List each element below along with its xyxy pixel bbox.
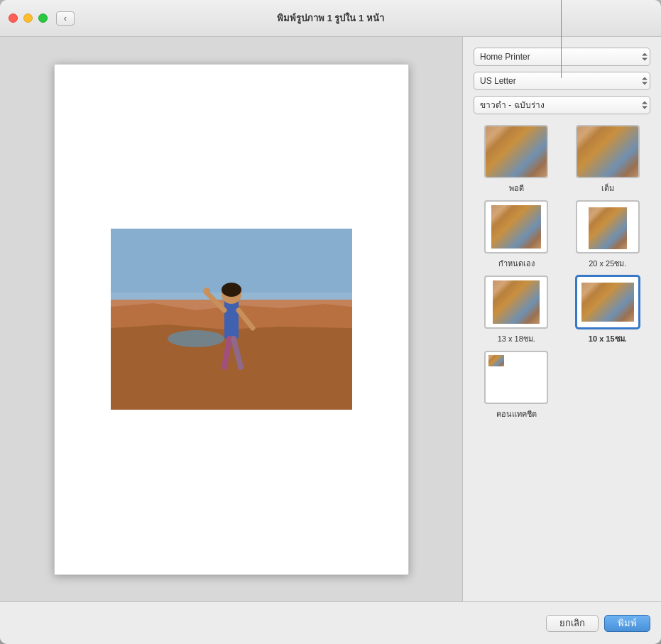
back-button[interactable]: ‹ <box>56 11 75 26</box>
quality-dropdown-wrapper: ขาวดำ - ฉบับร่าง สี - ปกติ ขาวดำ - ปกติ <box>474 96 650 114</box>
page-preview <box>54 64 409 575</box>
printer-select[interactable]: Home Printer PDF Other Printer <box>474 48 650 66</box>
maximize-button[interactable] <box>38 13 48 23</box>
layout-label-13x18: 13 x 18ซม. <box>498 332 535 345</box>
close-button[interactable] <box>9 13 18 23</box>
layout-item-custom[interactable]: กำหนดเอง <box>474 200 559 270</box>
layout-grid: พอดี เต็ม <box>474 125 650 420</box>
layout-label-20x25: 20 x 25ซม. <box>589 257 626 270</box>
connector-line <box>561 0 562 78</box>
layout-thumb-tem <box>576 125 640 178</box>
layout-label-podi: พอดี <box>509 182 524 195</box>
layout-label-contact: คอนแทคชีต <box>496 408 537 420</box>
preview-panel <box>0 37 462 601</box>
title-bar: ‹ พิมพ์รูปภาพ 1 รูปใน 1 หน้า <box>0 0 661 37</box>
settings-spacer <box>474 427 650 594</box>
layout-item-podi[interactable]: พอดี <box>474 125 559 195</box>
quality-select[interactable]: ขาวดำ - ฉบับร่าง สี - ปกติ ขาวดำ - ปกติ <box>474 96 650 114</box>
layout-thumb-contact <box>484 351 548 404</box>
bottom-bar: ยกเลิก พิมพ์ <box>0 601 661 644</box>
printer-dropdown-wrapper: Home Printer PDF Other Printer <box>474 48 650 66</box>
cancel-button[interactable]: ยกเลิก <box>546 615 599 632</box>
print-dialog-window: ‹ พิมพ์รูปภาพ 1 รูปใน 1 หน้า <box>0 0 661 644</box>
preview-photo <box>111 229 352 410</box>
layout-item-10x15[interactable]: 10 x 15ซม. <box>565 275 651 345</box>
print-button[interactable]: พิมพ์ <box>604 615 650 632</box>
svg-rect-4 <box>224 300 239 339</box>
settings-panel: Home Printer PDF Other Printer US Letter… <box>462 37 661 601</box>
layout-label-10x15: 10 x 15ซม. <box>589 332 627 345</box>
traffic-lights <box>9 13 48 23</box>
svg-point-8 <box>203 288 210 295</box>
layout-item-20x25[interactable]: 20 x 25ซม. <box>565 200 651 270</box>
layout-thumb-13x18 <box>484 275 548 329</box>
layout-item-13x18[interactable]: 13 x 18ซม. <box>474 275 559 345</box>
preview-photo-svg <box>111 229 352 410</box>
layout-thumb-podi <box>484 125 548 178</box>
dropdown-group: Home Printer PDF Other Printer US Letter… <box>474 48 650 114</box>
paper-dropdown-wrapper: US Letter A4 4x6 <box>474 72 650 90</box>
layout-thumb-10x15 <box>576 275 640 329</box>
minimize-button[interactable] <box>23 13 33 23</box>
layout-item-tem[interactable]: เต็ม <box>565 125 651 195</box>
layout-thumb-custom <box>484 200 548 253</box>
layout-thumb-20x25 <box>576 200 640 253</box>
main-content: Home Printer PDF Other Printer US Letter… <box>0 37 661 601</box>
window-title: พิมพ์รูปภาพ 1 รูปใน 1 หน้า <box>277 11 384 26</box>
svg-point-3 <box>168 330 224 347</box>
svg-point-6 <box>222 283 241 297</box>
paper-select[interactable]: US Letter A4 4x6 <box>474 72 650 90</box>
layout-label-tem: เต็ม <box>601 182 614 195</box>
layout-label-custom: กำหนดเอง <box>498 257 535 270</box>
layout-item-contact[interactable]: คอนแทคชีต <box>474 351 559 420</box>
